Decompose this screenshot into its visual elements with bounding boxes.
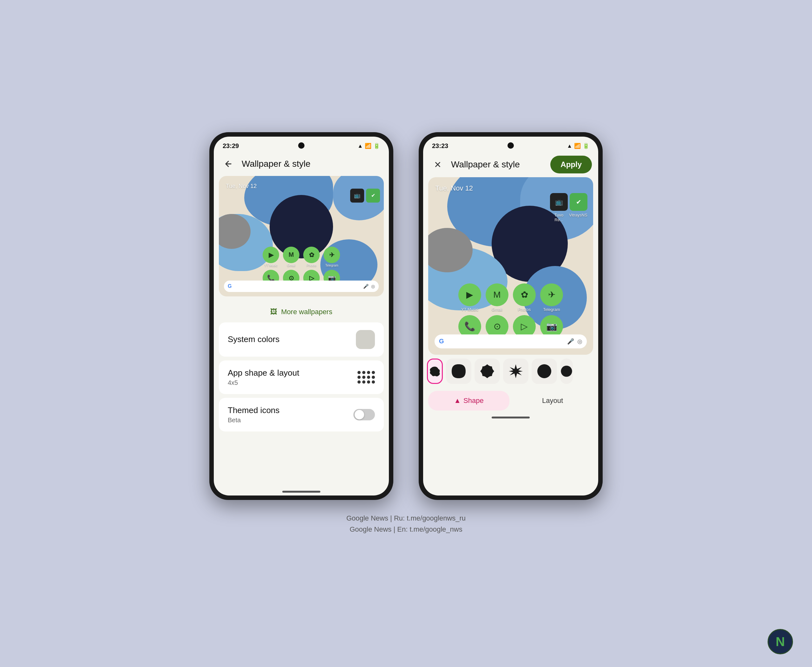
- wallpaper-bg-left: Tue, Nov 12 📺 ✔ ▶ YT Music: [219, 176, 384, 296]
- wifi-icon-r: ▲: [567, 143, 572, 149]
- shape-option-circle[interactable]: [532, 358, 557, 384]
- icon-telegram-lg-label: Telegram: [543, 307, 560, 312]
- tab-shape[interactable]: ▲ Shape: [428, 391, 509, 410]
- wallpaper-preview-left[interactable]: Tue, Nov 12 📺 ✔ ▶ YT Music: [219, 176, 384, 296]
- battery-icon: 🔋: [373, 143, 380, 149]
- wallpaper-date-right: Tue, Nov 12: [435, 184, 473, 192]
- phone-left: 23:29 ▲ 📶 🔋 Wallpaper & style: [209, 132, 393, 500]
- shape-option-squircle[interactable]: [446, 358, 471, 384]
- icon-photos-lg-label: Photos: [518, 307, 531, 312]
- time-left: 23:29: [223, 142, 239, 149]
- top-bar-right: Wallpaper & style Apply: [423, 153, 598, 177]
- camera-dot-right: [508, 142, 514, 149]
- icon-photos-lg: ✿ Photos: [512, 284, 536, 312]
- svg-marker-2: [509, 364, 523, 378]
- small-icon-row: 📺 ✔: [350, 189, 380, 202]
- dot-12: [372, 380, 375, 383]
- tab-layout[interactable]: Layout: [512, 391, 593, 410]
- themed-icons-item[interactable]: Themed icons Beta: [219, 398, 384, 431]
- back-button[interactable]: [220, 156, 236, 172]
- icon-telegram: ✈ Telegram: [323, 247, 341, 267]
- phone-right-screen: 23:23 ▲ 📶 🔋 Wallpaper & style Apply: [423, 137, 598, 496]
- shape-svg-last: [560, 363, 573, 379]
- layout-tab-label: Layout: [542, 397, 563, 405]
- svg-point-4: [561, 365, 572, 377]
- app-shape-left: App shape & layout 4x5: [228, 368, 300, 387]
- small-icons-right: 📺 ✔ Tuvo Re... VitraysNS: [550, 193, 587, 222]
- toggle-thumb: [354, 410, 364, 420]
- themed-icons-sub: Beta: [228, 416, 280, 424]
- themed-icons-toggle[interactable]: [353, 409, 375, 420]
- small-labels: Tuvo Re... VitraysNS: [550, 213, 587, 222]
- color-swatch: [356, 330, 375, 349]
- dot-1: [358, 371, 361, 374]
- dot-6: [362, 376, 365, 379]
- icon-telegram-label: Telegram: [325, 264, 338, 267]
- system-colors-item[interactable]: System colors: [219, 322, 384, 357]
- wallpaper-preview-right[interactable]: Tue, Nov 12 📺 ✔ Tuvo Re... VitraysNS: [428, 177, 593, 355]
- search-bar-right[interactable]: G 🎤 ◎: [434, 334, 587, 348]
- footer-line2: Google News | En: t.me/google_nws: [346, 524, 466, 535]
- icon-ytmusic-lg: ▶ YT Music: [458, 284, 482, 312]
- camera-dot-left: [298, 142, 304, 149]
- icon-photos-label: Photos: [306, 264, 316, 267]
- dot-8: [372, 376, 375, 379]
- dot-7: [367, 376, 370, 379]
- shape-selector: [423, 355, 598, 388]
- more-wallpapers-button[interactable]: 🖼 More wallpapers: [219, 302, 384, 322]
- small-icon-check: ✔: [570, 193, 587, 211]
- icon-photos: ✿ Photos: [303, 247, 320, 267]
- dot-4: [372, 371, 375, 374]
- page-title-left: Wallpaper & style: [242, 159, 383, 169]
- icon-gmail: M Gmail: [282, 247, 300, 267]
- dot-3: [367, 371, 370, 374]
- dots-grid-icon: [358, 371, 375, 383]
- google-g: G: [228, 284, 231, 289]
- shape-option-last-partial[interactable]: [560, 358, 573, 384]
- tab-bar: ▲ Shape Layout: [423, 388, 598, 414]
- app-shape-sub: 4x5: [228, 379, 300, 387]
- app-icon-small-1: 📺: [350, 189, 364, 202]
- themed-icons-left: Themed icons Beta: [228, 405, 280, 424]
- app-shape-title: App shape & layout: [228, 368, 300, 378]
- close-button[interactable]: [429, 156, 446, 173]
- icon-row-1: ▶ YT Music M Gmail ✿ Photos: [262, 247, 341, 267]
- app-icon-small-2: ✔: [366, 189, 380, 202]
- app-shape-layout-item[interactable]: App shape & layout 4x5: [219, 360, 384, 394]
- mic-icon: 🎤: [363, 284, 369, 289]
- search-bar-left[interactable]: G 🎤 ◎: [224, 280, 379, 292]
- system-colors-left: System colors: [228, 334, 280, 344]
- icon-gmail-label: Gmail: [287, 264, 295, 267]
- wallpaper-bg-right: Tue, Nov 12 📺 ✔ Tuvo Re... VitraysNS: [428, 177, 593, 355]
- icon-ytmusic-lg-label: YT Music: [461, 307, 478, 312]
- shape-svg-starburst: [508, 363, 524, 379]
- home-indicator-right: [423, 414, 598, 421]
- wallpaper-icons-right: ▶ YT Music M Gmail ✿ Photos: [458, 284, 564, 339]
- icon-gmail-lg: M Gmail: [485, 284, 509, 312]
- shape-svg-circle: [536, 363, 552, 379]
- mic-icon-right: 🎤: [567, 338, 574, 345]
- icon-row-large-1: ▶ YT Music M Gmail ✿ Photos: [458, 284, 564, 312]
- shape-option-starburst[interactable]: [503, 358, 528, 384]
- dot-5: [358, 376, 361, 379]
- more-wallpapers-label: More wallpapers: [281, 308, 332, 316]
- top-bar-left: Wallpaper & style: [214, 153, 389, 176]
- shape-option-flower4[interactable]: [474, 358, 500, 384]
- phones-container: 23:29 ▲ 📶 🔋 Wallpaper & style: [209, 132, 603, 500]
- signal-icon: 📶: [365, 143, 371, 149]
- shape-option-partial[interactable]: [427, 358, 443, 384]
- small-icons-top-right: 📺 ✔: [350, 189, 380, 202]
- time-right: 23:23: [432, 142, 448, 149]
- dot-11: [367, 380, 370, 383]
- vitrays-label: VitraysNS: [569, 213, 587, 222]
- shape-tab-icon: ▲: [454, 397, 461, 405]
- shape-tab-label: Shape: [463, 397, 484, 405]
- settings-list: 🖼 More wallpapers System colors App shap…: [214, 296, 389, 488]
- home-indicator-left: [214, 488, 389, 496]
- apply-button[interactable]: Apply: [550, 156, 592, 173]
- shape-svg-partial: [429, 365, 441, 377]
- small-icon-row-r: 📺 ✔: [550, 193, 587, 211]
- battery-icon-r: 🔋: [583, 143, 589, 149]
- n-logo: N: [767, 629, 793, 654]
- icon-telegram-lg-circle: ✈: [540, 284, 563, 306]
